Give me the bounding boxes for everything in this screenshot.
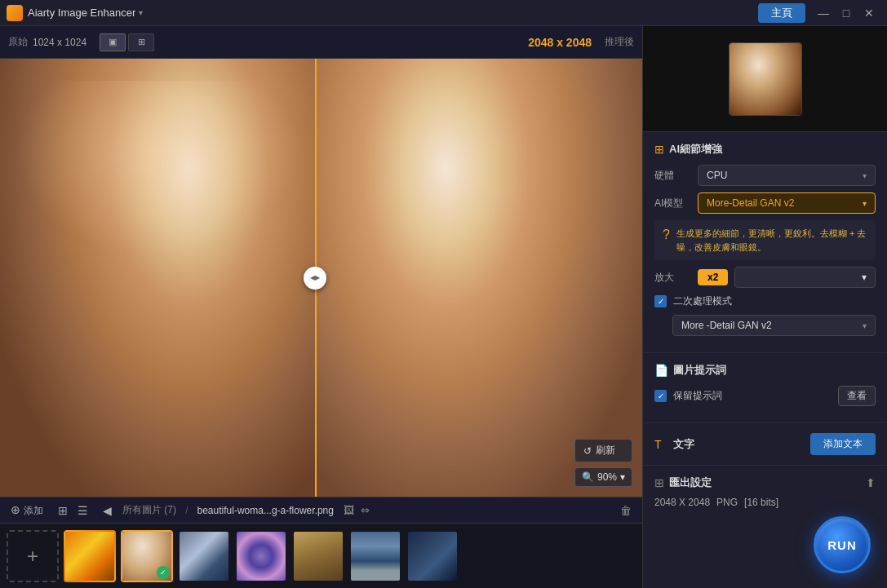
run-button[interactable]: RUN [814,516,871,573]
delete-button[interactable]: 🗑 [616,502,636,519]
zoom-control[interactable]: 🔍 90% ▾ [574,467,632,487]
close-button[interactable]: ✕ [858,2,880,24]
second-process-model-row: More -Detail GAN v2 ▾ [654,315,876,336]
export-info: 2048 X 2048 PNG [16 bits] [654,497,876,508]
after-label: 推理後 [605,35,634,49]
thumbnail-3[interactable] [235,530,287,582]
bottom-toolbar: ⊕ 添加 ⊞ ☰ ◀ 所有圖片 (7) / beautiful-woma...g… [0,497,642,523]
export-title: 匯出設定 [669,475,712,490]
second-process-dropdown-arrow: ▾ [863,321,867,330]
save-prompt-label: 保留提示詞 [673,389,722,403]
save-prompt-checkbox[interactable]: ✓ [654,390,667,402]
original-label: 原始 [8,35,28,49]
ai-model-label: AI模型 [654,197,691,210]
thumbnail-1[interactable]: ✓ [121,530,173,582]
ai-model-value: More-Detail GAN v2 [707,197,794,209]
right-panel-inner: ⊞ AI細節增強 硬體 CPU ▾ AI模型 More-Detail GAN v… [643,26,887,588]
zoom-dropdown-arrow: ▾ [862,272,867,283]
hardware-label: 硬體 [654,169,691,183]
preview-thumbnail [643,26,887,132]
second-process-label: 二次處理模式 [673,294,732,308]
export-expand-icon[interactable]: ⬆ [866,476,876,489]
minimize-button[interactable]: — [812,2,835,24]
second-process-dropdown[interactable]: More -Detail GAN v2 ▾ [672,315,876,336]
zoom-row: 放大 x2 ▾ [654,267,876,288]
title-dropdown-arrow[interactable]: ▾ [139,8,143,17]
image-area: 原始 1024 x 1024 ▣ ⊞ 2048 x 2048 推理後 [0,26,642,588]
single-view-button[interactable]: ▣ [100,33,126,51]
image-icon: 🖼 [344,504,354,516]
image-count-path: 所有圖片 (7) [122,503,176,517]
second-process-row: ✓ 二次處理模式 [654,294,876,308]
app-logo [7,5,23,21]
home-button[interactable]: 主頁 [758,3,805,23]
ai-section-header: ⊞ AI細節增強 [654,142,876,157]
add-file-button[interactable]: + [7,530,59,582]
image-canvas[interactable]: ↺ 刷新 🔍 90% ▾ [0,59,642,497]
prompt-icon: 📄 [654,364,668,377]
main-layout: 原始 1024 x 1024 ▣ ⊞ 2048 x 2048 推理後 [0,26,887,588]
hardware-dropdown[interactable]: CPU ▾ [698,165,876,186]
export-bits: [16 bits] [744,497,778,508]
zoom-badge: x2 [698,269,728,285]
grid-view-button[interactable]: ⊞ [54,502,72,519]
prev-image-button[interactable]: ◀ [99,502,116,519]
thumbnail-5[interactable] [349,530,401,582]
hardware-value: CPU [707,170,727,181]
export-icon: ⊞ [654,476,664,489]
ai-info-box: ? 生成更多的細節，更清晰，更銳利。去模糊 + 去噪，改善皮膚和眼鏡。 [654,220,876,260]
add-image-button[interactable]: ⊕ 添加 [7,502,47,519]
text-section: T 文字 添加文本 [643,423,887,466]
thumbnail-4[interactable] [292,530,344,582]
compare-divider-handle[interactable] [304,267,326,290]
view-prompt-button[interactable]: 查看 [838,386,876,406]
ai-section-icon: ⊞ [654,143,664,156]
path-separator: / [185,504,188,516]
original-image-half [0,59,315,497]
export-format: PNG [716,497,738,508]
original-size: 1024 x 1024 [33,37,86,48]
top-bar: 原始 1024 x 1024 ▣ ⊞ 2048 x 2048 推理後 [0,26,642,59]
right-panel: ⊞ AI細節增強 硬體 CPU ▾ AI模型 More-Detail GAN v… [642,26,887,588]
zoom-label: 放大 [654,271,691,285]
thumbnail-0[interactable] [64,530,116,582]
info-icon: ? [663,228,670,242]
current-filename: beautiful-woma...g-a-flower.png [197,505,334,516]
ai-info-text: 生成更多的細節，更清晰，更銳利。去模糊 + 去噪，改善皮膚和眼鏡。 [676,227,867,254]
split-view-button[interactable]: ⊞ [128,33,154,51]
maximize-button[interactable]: □ [835,2,858,24]
thumbnail-6[interactable] [406,530,459,582]
export-section: ⊞ 匯出設定 ⬆ 2048 X 2048 PNG [16 bits] [643,466,887,518]
refresh-icon: ↺ [583,445,592,457]
refresh-button[interactable]: ↺ 刷新 [574,439,632,462]
ai-section-title: AI細節增強 [669,142,722,157]
text-icon: T [654,438,662,451]
add-text-button[interactable]: 添加文本 [810,433,876,455]
list-view-button[interactable]: ☰ [73,502,92,519]
preview-face-image [729,42,802,116]
ai-model-dropdown[interactable]: More-Detail GAN v2 ▾ [698,192,876,214]
enhanced-image-half [315,59,642,497]
canvas-controls: ↺ 刷新 🔍 90% ▾ [574,439,632,487]
text-row: T 文字 添加文本 [654,433,876,455]
ai-model-row: AI模型 More-Detail GAN v2 ▾ [654,192,876,214]
ai-model-dropdown-arrow: ▾ [863,199,867,208]
second-process-checkbox[interactable]: ✓ [654,295,667,307]
add-icon: ⊕ [11,503,20,516]
new-size: 2048 x 2048 [528,36,592,49]
hardware-row: 硬體 CPU ▾ [654,165,876,186]
slider-icon: ⇔ [361,504,370,516]
zoom-dropdown[interactable]: ▾ [734,267,876,288]
export-resolution: 2048 X 2048 [654,497,710,508]
text-section-title: 文字 [673,437,694,452]
image-prompt-title: 圖片提示詞 [673,363,726,378]
thumbnail-2[interactable] [178,530,230,582]
image-prompt-section: 📄 圖片提示詞 ✓ 保留提示詞 查看 [643,353,887,423]
hardware-dropdown-arrow: ▾ [863,171,867,180]
title-bar: Aiarty Image Enhancer ▾ 主頁 — □ ✕ [0,0,887,26]
image-prompt-header: 📄 圖片提示詞 [654,363,876,378]
view-toggle-buttons: ⊞ ☰ [54,502,92,519]
ai-section: ⊞ AI細節增強 硬體 CPU ▾ AI模型 More-Detail GAN v… [643,132,887,353]
view-buttons: ▣ ⊞ [100,33,154,51]
zoom-dropdown-arrow: ▾ [620,471,625,483]
